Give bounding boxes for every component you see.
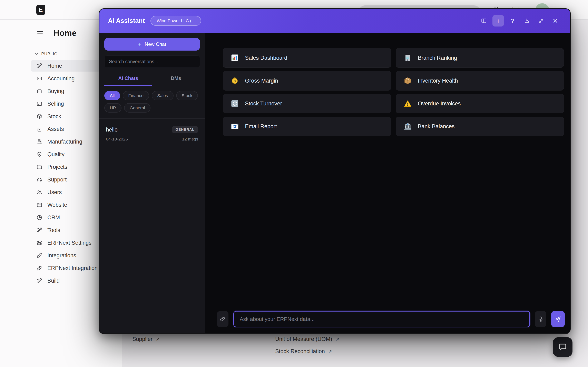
chevron-down-icon — [34, 52, 39, 56]
quick-action-overdue-invoices[interactable]: Overdue Invoices — [396, 94, 564, 113]
tab-dms[interactable]: DMs — [152, 75, 200, 86]
headset-icon — [36, 176, 43, 183]
quick-action-sales-dashboard[interactable]: Sales Dashboard — [223, 48, 391, 68]
screen: E Search or type a command (Ctrl + G) He… — [0, 0, 588, 367]
panel-icon — [481, 18, 487, 24]
email-icon: E — [231, 122, 239, 131]
new-chat-plus-button[interactable]: + — [493, 15, 504, 26]
sidebar-item-label: ERPNext Integration — [47, 265, 98, 271]
sidebar-item-label: Support — [47, 176, 67, 183]
sidebar-item-label: Users — [47, 189, 62, 196]
browser-icon — [36, 202, 43, 208]
external-link-icon: ↗ — [156, 337, 159, 342]
conversation-message-count: 12 msgs — [182, 137, 198, 142]
download-icon — [524, 18, 530, 24]
message-input[interactable] — [233, 311, 530, 327]
sidebar-item-label: Website — [47, 202, 67, 208]
quick-action-bank-balances[interactable]: $ Bank Balances — [396, 117, 564, 136]
microphone-icon — [537, 316, 544, 322]
close-button[interactable]: ✕ — [550, 15, 561, 26]
conversation-date: 04-10-2026 — [106, 137, 128, 142]
conversation-search-input[interactable] — [104, 55, 200, 68]
external-link-icon: ↗ — [328, 349, 332, 354]
modal-body: + New Chat AI Chats DMs — [99, 33, 570, 333]
tools-icon — [36, 278, 43, 284]
modal-header: AI Assistant Wind Power LLC (... + ? — [99, 9, 570, 33]
folder-icon — [36, 164, 43, 170]
sidebar-item-label: Selling — [47, 101, 64, 107]
quick-action-email-report[interactable]: E Email Report — [223, 117, 391, 136]
speech-bubble-icon — [558, 342, 567, 352]
shortcut-supplier[interactable]: Supplier ↗ — [132, 336, 160, 342]
paper-plane-icon — [555, 316, 561, 322]
company-badge[interactable]: Wind Power LLC (... — [150, 16, 201, 26]
workspace-title: Home — [53, 29, 77, 38]
tools-icon — [36, 63, 43, 69]
sidebar-item-label: Build — [47, 278, 60, 284]
hamburger-menu-icon[interactable] — [36, 30, 44, 37]
conversation-title: hello — [106, 127, 118, 133]
shortcut-uom[interactable]: Unit of Measure (UOM) ↗ — [275, 336, 339, 342]
attach-file-button[interactable] — [217, 311, 228, 327]
sidebar-item-label: Buying — [47, 88, 64, 94]
tab-ai-chats[interactable]: AI Chats — [104, 75, 152, 86]
sidebar-item-label: Manufacturing — [47, 139, 82, 145]
modal-title: AI Assistant — [108, 17, 145, 25]
question-icon: ? — [509, 18, 516, 24]
sidebar-item-label: Integrations — [47, 252, 76, 259]
stock-turnover-icon — [231, 100, 239, 108]
panel-toggle-button[interactable] — [478, 15, 490, 26]
sidebar-item-label: ERPNext Settings — [47, 240, 91, 246]
box-icon — [36, 113, 43, 119]
composer — [205, 311, 570, 333]
shortcut-stock-reconciliation[interactable]: Stock Reconciliation ↗ — [275, 348, 332, 355]
filter-sales[interactable]: Sales — [152, 91, 173, 100]
svg-text:E: E — [234, 125, 235, 128]
filter-hr[interactable]: HR — [104, 103, 121, 113]
conversation-category-badge: GENERAL — [172, 126, 198, 133]
collapse-button[interactable] — [535, 15, 547, 26]
filter-general[interactable]: General — [124, 103, 150, 113]
warning-icon — [404, 100, 412, 108]
card-icon — [36, 101, 43, 107]
sidebar-item-label: Assets — [47, 126, 64, 132]
external-link-icon: ↗ — [336, 337, 339, 342]
quick-action-branch-ranking[interactable]: Branch Ranking — [396, 48, 564, 68]
quick-action-gross-margin[interactable]: $ Gross Margin — [223, 71, 391, 91]
svg-text:$: $ — [234, 79, 236, 83]
filter-all[interactable]: All — [104, 91, 120, 100]
pie-chart-icon — [36, 215, 43, 221]
bank-icon: $ — [404, 122, 412, 131]
erpnext-logo[interactable]: E — [36, 5, 45, 15]
sidebar-item-label: Accounting — [47, 75, 75, 82]
sidebar-item-label: Quality — [47, 151, 65, 158]
users-icon — [36, 189, 43, 195]
chat-fab-button[interactable] — [553, 337, 572, 357]
chat-main-area: Sales Dashboard Branch Ranking $ Gross M… — [205, 33, 570, 333]
quick-action-stock-turnover[interactable]: Stock Turnover — [223, 94, 391, 113]
bag-icon — [36, 126, 43, 132]
help-button[interactable]: ? — [507, 15, 518, 26]
download-button[interactable] — [521, 15, 532, 26]
quick-action-inventory-health[interactable]: Inventory Health — [396, 71, 564, 91]
conversation-list-item[interactable]: hello GENERAL 04-10-2026 12 msgs — [104, 125, 200, 143]
conversations-panel: + New Chat AI Chats DMs — [99, 33, 205, 333]
tools-icon — [36, 227, 43, 233]
cash-icon — [36, 75, 43, 82]
send-button[interactable] — [551, 311, 565, 327]
sidebar-item-label: Home — [47, 63, 62, 69]
voice-input-button[interactable] — [535, 311, 546, 327]
office-building-icon — [404, 54, 412, 62]
filter-stock[interactable]: Stock — [176, 91, 198, 100]
bar-chart-icon — [231, 54, 239, 62]
sidebar-section-label: PUBLIC — [41, 51, 57, 56]
sidebar-item-label: Projects — [47, 164, 67, 170]
package-icon — [404, 77, 412, 85]
filter-finance[interactable]: Finance — [123, 91, 149, 100]
close-icon: ✕ — [552, 18, 558, 24]
sidebar-section-public[interactable]: PUBLIC — [34, 51, 57, 56]
plug-icon — [36, 252, 43, 259]
new-chat-button[interactable]: + New Chat — [104, 38, 200, 50]
collapse-icon — [538, 18, 544, 24]
ai-assistant-modal: AI Assistant Wind Power LLC (... + ? — [99, 8, 571, 334]
